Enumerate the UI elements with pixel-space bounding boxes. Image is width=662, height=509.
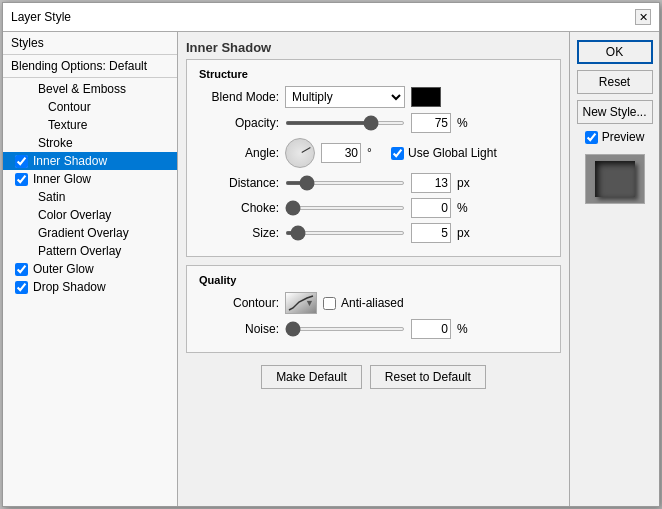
distance-slider-track: [285, 175, 405, 191]
structure-title: Structure: [199, 68, 548, 80]
quality-title: Quality: [199, 274, 548, 286]
layer-label-9: Pattern Overlay: [38, 244, 121, 258]
main-panel: Inner Shadow Structure Blend Mode: Multi…: [178, 32, 569, 506]
ok-button[interactable]: OK: [577, 40, 653, 64]
size-slider-track: [285, 225, 405, 241]
layer-label-2: Texture: [48, 118, 87, 132]
layer-item-inner-shadow[interactable]: Inner Shadow: [3, 152, 177, 170]
reset-button[interactable]: Reset: [577, 70, 653, 94]
quality-section: Quality Contour: ▼ Anti-aliased: [186, 265, 561, 353]
layer-item-gradient-overlay[interactable]: Gradient Overlay: [3, 224, 177, 242]
layer-label-4: Inner Shadow: [33, 154, 107, 168]
contour-row: Contour: ▼ Anti-aliased: [199, 292, 548, 314]
left-panel: Styles Blending Options: Default Bevel &…: [3, 32, 178, 506]
layer-label-10: Outer Glow: [33, 262, 94, 276]
choke-row: Choke: %: [199, 198, 548, 218]
layer-label-3: Stroke: [38, 136, 73, 150]
choke-slider-track: [285, 200, 405, 216]
angle-dial[interactable]: [285, 138, 315, 168]
distance-slider[interactable]: [285, 181, 405, 185]
blending-options[interactable]: Blending Options: Default: [3, 55, 177, 78]
panel-title: Inner Shadow: [186, 40, 561, 55]
contour-label: Contour:: [199, 296, 279, 310]
layer-item-drop-shadow[interactable]: Drop Shadow: [3, 278, 177, 296]
opacity-slider-track: [285, 115, 405, 131]
blend-mode-row: Blend Mode: Multiply Normal Screen Overl…: [199, 86, 548, 108]
choke-slider[interactable]: [285, 206, 405, 210]
opacity-slider[interactable]: [285, 121, 405, 125]
contour-preview[interactable]: ▼: [285, 292, 317, 314]
structure-section: Structure Blend Mode: Multiply Normal Sc…: [186, 59, 561, 257]
size-slider[interactable]: [285, 231, 405, 235]
layer-label-7: Color Overlay: [38, 208, 111, 222]
layer-checkbox-4[interactable]: [15, 155, 28, 168]
choke-unit: %: [457, 201, 475, 215]
layer-item-color-overlay[interactable]: Color Overlay: [3, 206, 177, 224]
layer-checkbox-11[interactable]: [15, 281, 28, 294]
dialog-body: Styles Blending Options: Default Bevel &…: [3, 32, 659, 506]
choke-label: Choke:: [199, 201, 279, 215]
layer-item-contour[interactable]: Contour: [3, 98, 177, 116]
preview-box: [585, 154, 645, 204]
angle-value[interactable]: [321, 143, 361, 163]
use-global-light-label: Use Global Light: [408, 146, 497, 160]
size-row: Size: px: [199, 223, 548, 243]
layer-item-bevel-&-emboss[interactable]: Bevel & Emboss: [3, 80, 177, 98]
reset-to-default-button[interactable]: Reset to Default: [370, 365, 486, 389]
blend-mode-label: Blend Mode:: [199, 90, 279, 104]
use-global-light-checkbox[interactable]: [391, 147, 404, 160]
noise-slider-track: [285, 321, 405, 337]
layer-item-inner-glow[interactable]: Inner Glow: [3, 170, 177, 188]
layer-item-pattern-overlay[interactable]: Pattern Overlay: [3, 242, 177, 260]
contour-dropdown-arrow: ▼: [305, 298, 314, 308]
anti-aliased-label: Anti-aliased: [341, 296, 404, 310]
layer-item-stroke[interactable]: Stroke: [3, 134, 177, 152]
layer-item-satin[interactable]: Satin: [3, 188, 177, 206]
distance-unit: px: [457, 176, 475, 190]
distance-value[interactable]: [411, 173, 451, 193]
preview-row: Preview: [585, 130, 645, 144]
layer-checkbox-10[interactable]: [15, 263, 28, 276]
global-light-row: Use Global Light: [391, 146, 497, 160]
anti-aliased-checkbox[interactable]: [323, 297, 336, 310]
dialog-title: Layer Style: [11, 10, 71, 24]
opacity-value[interactable]: [411, 113, 451, 133]
right-sidebar: OK Reset New Style... Preview: [569, 32, 659, 506]
angle-dial-line: [301, 147, 310, 153]
noise-value[interactable]: [411, 319, 451, 339]
angle-unit: °: [367, 146, 385, 160]
blend-mode-select[interactable]: Multiply Normal Screen Overlay: [285, 86, 405, 108]
size-value[interactable]: [411, 223, 451, 243]
distance-label: Distance:: [199, 176, 279, 190]
layer-label-6: Satin: [38, 190, 65, 204]
noise-label: Noise:: [199, 322, 279, 336]
layer-label-5: Inner Glow: [33, 172, 91, 186]
preview-label: Preview: [602, 130, 645, 144]
angle-row: Angle: ° Use Global Light: [199, 138, 548, 168]
close-button[interactable]: ✕: [635, 9, 651, 25]
make-default-button[interactable]: Make Default: [261, 365, 362, 389]
noise-unit: %: [457, 322, 475, 336]
layer-list: Bevel & EmbossContourTextureStrokeInner …: [3, 78, 177, 506]
size-unit: px: [457, 226, 475, 240]
noise-slider[interactable]: [285, 327, 405, 331]
layer-label-8: Gradient Overlay: [38, 226, 129, 240]
anti-alias-row: Anti-aliased: [323, 296, 404, 310]
layer-label-11: Drop Shadow: [33, 280, 106, 294]
layer-checkbox-5[interactable]: [15, 173, 28, 186]
bottom-buttons: Make Default Reset to Default: [186, 361, 561, 389]
styles-header[interactable]: Styles: [3, 32, 177, 55]
title-bar: Layer Style ✕: [3, 3, 659, 32]
choke-value[interactable]: [411, 198, 451, 218]
blend-color-swatch[interactable]: [411, 87, 441, 107]
layer-item-outer-glow[interactable]: Outer Glow: [3, 260, 177, 278]
preview-checkbox[interactable]: [585, 131, 598, 144]
distance-row: Distance: px: [199, 173, 548, 193]
opacity-row: Opacity: %: [199, 113, 548, 133]
new-style-button[interactable]: New Style...: [577, 100, 653, 124]
opacity-unit: %: [457, 116, 475, 130]
inner-shadow-panel: Inner Shadow Structure Blend Mode: Multi…: [186, 40, 561, 498]
layer-label-1: Contour: [48, 100, 91, 114]
opacity-label: Opacity:: [199, 116, 279, 130]
layer-item-texture[interactable]: Texture: [3, 116, 177, 134]
